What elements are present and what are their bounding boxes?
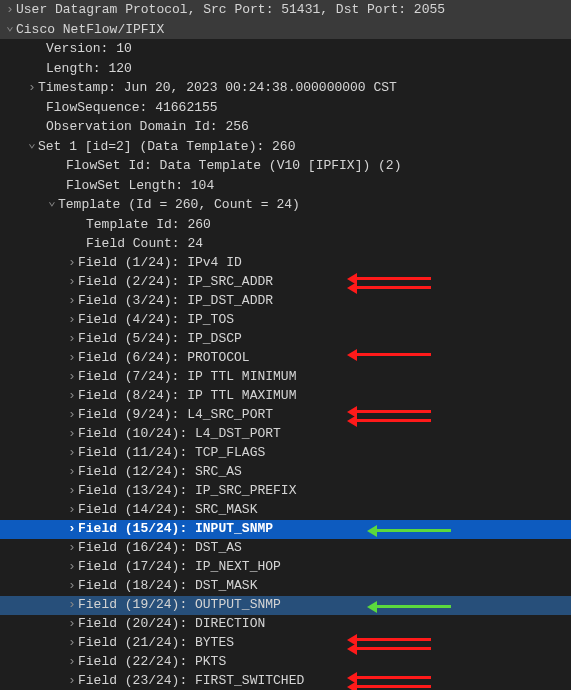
field-row[interactable]: Field (11/24): TCP_FLAGS [0,444,571,463]
chevron-right-icon [66,367,78,387]
field-row[interactable]: Field (22/24): PKTS [0,653,571,672]
arrow-red-icon [351,685,431,688]
field-row[interactable]: Field (6/24): PROTOCOL [0,349,571,368]
chevron-right-icon [66,329,78,349]
length-row[interactable]: Length: 120 [0,59,571,79]
field-label: Field (18/24): DST_MASK [78,576,257,596]
field-label: Field (7/24): IP TTL MINIMUM [78,367,296,387]
arrow-red-icon [351,277,431,280]
arrow-red-icon [351,419,431,422]
chevron-right-icon [66,614,78,634]
chevron-down-icon [46,195,58,215]
chevron-right-icon [66,500,78,520]
flowset-length-label: FlowSet Length: 104 [66,176,214,196]
field-row[interactable]: Field (13/24): IP_SRC_PREFIX [0,482,571,501]
field-row[interactable]: Field (2/24): IP_SRC_ADDR [0,273,571,292]
set1-row[interactable]: Set 1 [id=2] (Data Template): 260 [0,137,571,157]
field-count-label: Field Count: 24 [86,234,203,254]
template-id-row[interactable]: Template Id: 260 [0,215,571,235]
chevron-right-icon [66,595,78,615]
timestamp-row[interactable]: Timestamp: Jun 20, 2023 00:24:38.0000000… [0,78,571,98]
length-label: Length: 120 [46,59,132,79]
chevron-right-icon [66,348,78,368]
chevron-right-icon [66,253,78,273]
arrow-green-icon [371,529,451,532]
field-count-row[interactable]: Field Count: 24 [0,234,571,254]
flowset-id-label: FlowSet Id: Data Template (V10 [IPFIX]) … [66,156,401,176]
version-label: Version: 10 [46,39,132,59]
udp-header-row[interactable]: User Datagram Protocol, Src Port: 51431,… [0,0,571,20]
flowsequence-row[interactable]: FlowSequence: 41662155 [0,98,571,118]
field-label: Field (16/24): DST_AS [78,538,242,558]
chevron-right-icon [66,519,78,539]
timestamp-label: Timestamp: Jun 20, 2023 00:24:38.0000000… [38,78,397,98]
field-row[interactable]: Field (19/24): OUTPUT_SNMP [0,596,571,615]
field-row[interactable]: Field (10/24): L4_DST_PORT [0,425,571,444]
field-row[interactable]: Field (1/24): IPv4 ID [0,254,571,273]
field-row[interactable]: Field (12/24): SRC_AS [0,463,571,482]
arrow-green-icon [371,605,451,608]
chevron-right-icon [66,272,78,292]
field-label: Field (5/24): IP_DSCP [78,329,242,349]
observation-label: Observation Domain Id: 256 [46,117,249,137]
chevron-right-icon [66,557,78,577]
chevron-right-icon [66,424,78,444]
field-label: Field (19/24): OUTPUT_SNMP [78,595,281,615]
chevron-right-icon [66,671,78,690]
chevron-down-icon [4,20,16,40]
field-row[interactable]: Field (14/24): SRC_MASK [0,501,571,520]
field-label: Field (14/24): SRC_MASK [78,500,257,520]
field-label: Field (20/24): DIRECTION [78,614,265,634]
version-row[interactable]: Version: 10 [0,39,571,59]
field-row[interactable]: Field (8/24): IP TTL MAXIMUM [0,387,571,406]
chevron-right-icon [66,462,78,482]
chevron-right-icon [66,405,78,425]
chevron-right-icon [66,576,78,596]
flowset-length-row[interactable]: FlowSet Length: 104 [0,176,571,196]
observation-row[interactable]: Observation Domain Id: 256 [0,117,571,137]
chevron-right-icon [66,310,78,330]
field-row[interactable]: Field (4/24): IP_TOS [0,311,571,330]
template-row[interactable]: Template (Id = 260, Count = 24) [0,195,571,215]
cisco-header-row[interactable]: Cisco NetFlow/IPFIX [0,20,571,40]
field-label: Field (17/24): IP_NEXT_HOP [78,557,281,577]
field-row[interactable]: Field (18/24): DST_MASK [0,577,571,596]
field-label: Field (11/24): TCP_FLAGS [78,443,265,463]
chevron-right-icon [66,652,78,672]
field-row[interactable]: Field (3/24): IP_DST_ADDR [0,292,571,311]
field-row[interactable]: Field (9/24): L4_SRC_PORT [0,406,571,425]
arrow-red-icon [351,638,431,641]
chevron-right-icon [66,443,78,463]
chevron-right-icon [4,0,16,20]
template-label: Template (Id = 260, Count = 24) [58,195,300,215]
field-label: Field (15/24): INPUT_SNMP [78,519,273,539]
chevron-right-icon [66,386,78,406]
field-row[interactable]: Field (15/24): INPUT_SNMP [0,520,571,539]
flowset-id-row[interactable]: FlowSet Id: Data Template (V10 [IPFIX]) … [0,156,571,176]
template-id-label: Template Id: 260 [86,215,211,235]
udp-header-label: User Datagram Protocol, Src Port: 51431,… [16,0,445,20]
field-row[interactable]: Field (16/24): DST_AS [0,539,571,558]
field-row[interactable]: Field (23/24): FIRST_SWITCHED [0,672,571,691]
field-label: Field (23/24): FIRST_SWITCHED [78,671,304,690]
arrow-red-icon [351,647,431,650]
arrow-red-icon [351,410,431,413]
field-label: Field (4/24): IP_TOS [78,310,234,330]
field-label: Field (22/24): PKTS [78,652,226,672]
flowsequence-label: FlowSequence: 41662155 [46,98,218,118]
field-row[interactable]: Field (21/24): BYTES [0,634,571,653]
field-label: Field (10/24): L4_DST_PORT [78,424,281,444]
field-row[interactable]: Field (20/24): DIRECTION [0,615,571,634]
field-label: Field (8/24): IP TTL MAXIMUM [78,386,296,406]
field-row[interactable]: Field (17/24): IP_NEXT_HOP [0,558,571,577]
arrow-red-icon [351,676,431,679]
chevron-right-icon [66,291,78,311]
field-label: Field (9/24): L4_SRC_PORT [78,405,273,425]
field-label: Field (3/24): IP_DST_ADDR [78,291,273,311]
chevron-right-icon [66,633,78,653]
field-row[interactable]: Field (5/24): IP_DSCP [0,330,571,349]
arrow-red-icon [351,353,431,356]
arrow-red-icon [351,286,431,289]
fields-container: Field (1/24): IPv4 IDField (2/24): IP_SR… [0,254,571,691]
field-row[interactable]: Field (7/24): IP TTL MINIMUM [0,368,571,387]
